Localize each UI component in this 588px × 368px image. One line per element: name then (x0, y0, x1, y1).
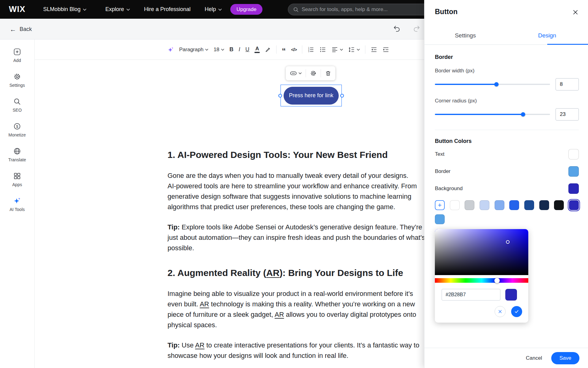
hex-color-input[interactable] (442, 289, 500, 301)
hex-row (435, 283, 528, 301)
panel-body: Border Border width (px) Corner radius (… (424, 45, 588, 348)
wix-logo[interactable]: WIX (9, 5, 25, 14)
chevron-down-icon (357, 49, 360, 51)
italic-button[interactable]: I (239, 46, 240, 53)
border-color-swatch[interactable] (568, 166, 579, 177)
highlight-button[interactable] (265, 47, 271, 53)
bullet-list-button[interactable] (319, 46, 326, 53)
palette-swatch[interactable] (465, 200, 474, 210)
blockquote-button[interactable]: “ (282, 46, 286, 53)
rail-item-translate[interactable]: Translate (8, 147, 26, 162)
undo-button[interactable] (393, 25, 401, 33)
align-dropdown[interactable] (331, 46, 343, 53)
color-palette-row-2 (435, 214, 579, 224)
rail-item-ai-tools[interactable]: AI Tools (9, 197, 25, 212)
text-color-button[interactable]: A (254, 46, 260, 53)
delete-element-button[interactable] (325, 70, 331, 77)
palette-swatch[interactable] (509, 200, 519, 210)
toolbar-divider (365, 45, 365, 54)
chevron-down-icon (221, 49, 224, 51)
outdent-icon (371, 46, 377, 53)
menu-explore[interactable]: Explore (105, 6, 130, 13)
corner-radius-slider[interactable] (435, 114, 550, 115)
ai-text-button[interactable] (167, 46, 174, 53)
rail-item-seo[interactable]: SEO (13, 97, 22, 113)
border-width-input[interactable] (556, 78, 579, 90)
corner-radius-input[interactable] (556, 108, 579, 121)
save-button[interactable]: Save (551, 352, 579, 364)
rail-item-monetize[interactable]: $ Monetize (9, 122, 26, 137)
redo-button[interactable] (413, 25, 420, 33)
site-menu[interactable]: SLMobbin Blog (43, 6, 86, 13)
section-divider (435, 130, 579, 130)
selection-box[interactable]: Press here for link (281, 85, 342, 106)
palette-swatch[interactable] (450, 200, 460, 210)
canvas-button-element[interactable]: Press here for link (284, 87, 339, 105)
close-icon (572, 9, 579, 15)
palette-swatch[interactable] (524, 200, 534, 210)
resize-handle-right[interactable] (340, 94, 344, 98)
chevron-down-icon (218, 9, 222, 11)
button-colors-heading: Button Colors (435, 138, 579, 144)
underline-button[interactable]: U (245, 46, 249, 53)
border-width-slider[interactable] (435, 84, 550, 85)
palette-swatch[interactable] (554, 200, 564, 210)
outdent-button[interactable] (371, 46, 377, 53)
blog-paragraph-1: Gone are the days when you had to manual… (168, 171, 433, 212)
palette-swatch-selected[interactable] (569, 200, 579, 210)
upgrade-button[interactable]: Upgrade (230, 4, 262, 15)
rail-item-add[interactable]: Add (13, 48, 21, 63)
bullet-list-icon (319, 46, 326, 53)
palette-swatch[interactable] (495, 200, 504, 210)
panel-tabs: Settings Design (424, 26, 588, 45)
tab-settings[interactable]: Settings (424, 26, 506, 44)
rail-item-apps[interactable]: Apps (12, 172, 22, 187)
picker-actions (435, 301, 528, 317)
resize-handle-left[interactable] (278, 94, 282, 98)
menu-help[interactable]: Help (205, 6, 222, 13)
slider-thumb[interactable] (494, 82, 499, 86)
check-icon (514, 309, 519, 314)
text-color-row: Text (435, 147, 579, 162)
left-tools-rail: Add Settings SEO $ Monetize Translate Ap… (0, 40, 35, 368)
cancel-button[interactable]: Cancel (526, 355, 542, 361)
slider-thumb[interactable] (521, 112, 525, 117)
paragraph-style-dropdown[interactable]: Paragraph (179, 47, 208, 53)
palette-swatch[interactable] (435, 214, 445, 224)
highlighter-icon (265, 47, 271, 53)
gear-icon (13, 72, 21, 81)
picker-confirm-button[interactable] (511, 306, 522, 317)
background-color-swatch[interactable] (568, 183, 579, 194)
palette-swatch[interactable] (539, 200, 549, 210)
gear-icon (310, 70, 317, 77)
element-settings-button[interactable] (310, 70, 317, 77)
saturation-area[interactable] (435, 229, 528, 275)
bold-button[interactable]: B (229, 46, 233, 53)
indent-icon (383, 46, 389, 53)
element-toolbar (286, 66, 335, 80)
palette-swatch[interactable] (480, 200, 489, 210)
line-spacing-dropdown[interactable] (348, 46, 360, 53)
numbered-list-button[interactable]: 123 (307, 46, 314, 53)
menu-hire-professional[interactable]: Hire a Professional (144, 6, 190, 13)
add-icon (13, 48, 21, 56)
saturation-cursor[interactable] (506, 240, 510, 244)
tab-design[interactable]: Design (506, 26, 588, 44)
rail-item-settings[interactable]: Settings (9, 72, 25, 88)
text-color-swatch[interactable] (568, 149, 579, 159)
hue-slider[interactable] (435, 278, 528, 283)
back-button[interactable]: ← Back (10, 26, 32, 32)
color-picker-popup (435, 229, 528, 323)
picker-cancel-button[interactable] (495, 306, 506, 317)
element-type-dropdown[interactable] (290, 70, 302, 77)
corner-radius-row (435, 108, 579, 121)
chevron-down-icon (205, 49, 208, 51)
hue-thumb[interactable] (494, 278, 500, 283)
close-panel-button[interactable] (571, 8, 579, 16)
code-button[interactable]: </> (291, 47, 297, 52)
indent-button[interactable] (383, 46, 389, 53)
font-size-dropdown[interactable]: 18 (213, 47, 224, 53)
add-custom-color-button[interactable] (435, 200, 445, 210)
border-width-row (435, 78, 579, 90)
background-color-row: Background (435, 181, 579, 196)
